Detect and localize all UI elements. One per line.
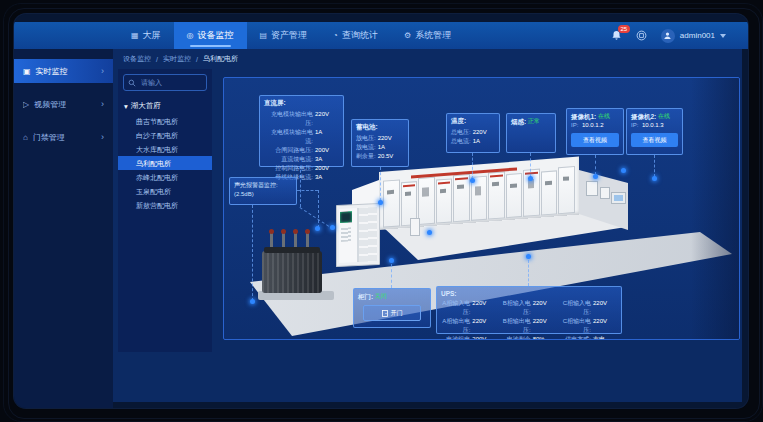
notifications-button[interactable]: 25 (611, 30, 622, 41)
sensor-marker (330, 225, 335, 230)
switchgear-cabinet (418, 177, 435, 225)
alarm-label-line: 声光报警器监控: (234, 181, 292, 190)
metric-label: A相输入电压: (441, 299, 470, 317)
tree-node-root[interactable]: ▾ 湖大首府 (118, 99, 212, 114)
metric-value: 3A (315, 173, 339, 182)
breadcrumb-item-current[interactable]: 乌利配电所 (203, 54, 238, 64)
sensor-marker (526, 254, 531, 259)
metric-row: 放电压:220V (356, 134, 404, 143)
metric-label: C相输入电压: (562, 299, 591, 317)
wall-display-panel (611, 192, 626, 204)
sidebar-item-realtime-monitor[interactable]: ▣ 实时监控 › (14, 59, 113, 83)
door-access-icon: ⌂ (23, 133, 28, 142)
connector-line (654, 155, 655, 177)
metric-label: 控制回路电压: (264, 164, 313, 173)
view-video-button[interactable]: 查看视频 (571, 133, 619, 147)
view-video-button[interactable]: 查看视频 (631, 133, 678, 147)
metric-row: A相输入电压:220V (441, 299, 496, 317)
metric-label: 供电方式: (562, 335, 591, 340)
metric-value: 220V (533, 299, 557, 317)
top-navbar: ▦ 大屏 ◎ 设备监控 ▤ 资产管理 ◔ 查询统计 ⚙ 系统管理 (14, 22, 748, 49)
tree-item-station[interactable]: 新敖营配电所 (118, 198, 212, 212)
nav-item-system[interactable]: ⚙ 系统管理 (391, 22, 464, 49)
sidebar-item-access-control[interactable]: ⌂ 门禁管理 › (14, 125, 113, 149)
station-tree-panel: ▾ 湖大首府 曲吉节配电所 白沙子配电所 大水库配电所 乌利配电所 赤峰北配电所… (118, 69, 212, 352)
switchgear-cabinet (558, 166, 575, 214)
tree-item-station[interactable]: 大水库配电所 (118, 142, 212, 156)
metric-label: 放电流: (356, 143, 376, 152)
metric-value: 220V (473, 128, 495, 137)
switchgear-cabinet (488, 171, 505, 219)
metric-row: 摄像机2: 在线 (631, 112, 678, 121)
metric-row: IP: 10.0.1.3 (631, 121, 678, 130)
open-door-label: 开门 (391, 309, 403, 318)
panel-title: 直流屏: (264, 99, 339, 108)
metric-value: 200V (315, 164, 339, 173)
nav-item-label: 资产管理 (271, 29, 307, 42)
fullscreen-icon (636, 30, 647, 41)
metric-row: C相输入电压:220V (562, 299, 617, 317)
tree-item-station[interactable]: 曲吉节配电所 (118, 114, 212, 128)
panel-title: 温度: (451, 117, 495, 126)
metric-row: 控制回路电压:200V (264, 164, 339, 173)
transformer-body (262, 251, 322, 293)
metric-row: 剩余量:20.5V (356, 152, 404, 161)
user-menu[interactable]: admin001 (661, 29, 726, 43)
ip-label: IP: (571, 121, 578, 130)
sensor-marker (593, 174, 598, 179)
sensor-marker (652, 176, 657, 181)
status-badge: 关闭 (375, 292, 387, 301)
connector-line (595, 155, 596, 175)
ip-value: 10.0.1.3 (642, 121, 678, 130)
status-badge: 在线 (658, 112, 670, 121)
metric-value: 1A (473, 137, 495, 146)
status-badge: 在线 (598, 112, 610, 121)
metric-label: 摄像机2: (631, 112, 656, 121)
connector-line (252, 205, 253, 301)
alarm-value-line: (2.5dB) (234, 190, 292, 199)
nav-item-device-monitor[interactable]: ◎ 设备监控 (174, 22, 247, 49)
tree-item-station[interactable]: 白沙子配电所 (118, 128, 212, 142)
nav-item-asset[interactable]: ▤ 资产管理 (247, 22, 321, 49)
sensor-marker (470, 178, 475, 183)
metric-row: 供电方式:市电 (562, 335, 617, 340)
metric-label: 总电压: (451, 128, 471, 137)
camera1-panel: 摄像机1: 在线 IP: 10.0.1.2 查看视频 (566, 108, 624, 155)
temperature-metrics: 温度: 总电压:220V 总电流:1A (446, 113, 500, 153)
metric-value: 220V (593, 299, 617, 317)
sensor-marker (250, 299, 255, 304)
fullscreen-button[interactable] (636, 30, 647, 41)
panel-title: UPS: (441, 290, 617, 297)
breadcrumb-item[interactable]: 实时监控 (163, 54, 191, 64)
chevron-right-icon: › (101, 132, 104, 142)
nav-item-statistics[interactable]: ◔ 查询统计 (320, 22, 391, 49)
metric-label: 摄像机1: (571, 112, 596, 121)
switchgear-cabinet (541, 170, 558, 215)
tree-item-station[interactable]: 玉泉配电所 (118, 184, 212, 198)
dashboard-icon: ▦ (131, 31, 139, 40)
nav-item-dashboard[interactable]: ▦ 大屏 (118, 22, 174, 49)
substation-overview-panel: 直流屏: 充电模块输出电压:220V 充电模块输出电流:1A 合闸回路电压:20… (223, 77, 740, 340)
metric-value: 80% (533, 335, 557, 340)
sensor-marker (315, 226, 320, 231)
wall-mounted-box (600, 187, 610, 199)
nav-item-label: 查询统计 (342, 29, 378, 42)
sidebar-item-video-management[interactable]: ▷ 视频管理 › (14, 92, 113, 116)
transformer-bushing (294, 233, 297, 247)
nav-item-label: 设备监控 (198, 29, 234, 42)
nav-item-label: 大屏 (143, 29, 161, 42)
metric-row: 烟感: 正常 (511, 117, 551, 126)
chevron-down-icon (720, 34, 726, 38)
tree-item-station[interactable]: 赤峰北配电所 (118, 170, 212, 184)
connector-line (528, 260, 529, 286)
panel-title: 蓄电池: (356, 123, 404, 132)
metric-label: 电池组电压: (441, 335, 470, 340)
search-input[interactable] (139, 78, 202, 87)
tree-item-station-selected[interactable]: 乌利配电所 (118, 156, 212, 170)
connector-line (472, 153, 473, 179)
metric-label: B相输出电压: (501, 317, 530, 335)
breadcrumb-item[interactable]: 设备监控 (123, 54, 151, 64)
open-door-button[interactable]: 开门 (363, 305, 421, 321)
metric-value: 200V (315, 146, 339, 155)
search-icon (128, 79, 136, 87)
